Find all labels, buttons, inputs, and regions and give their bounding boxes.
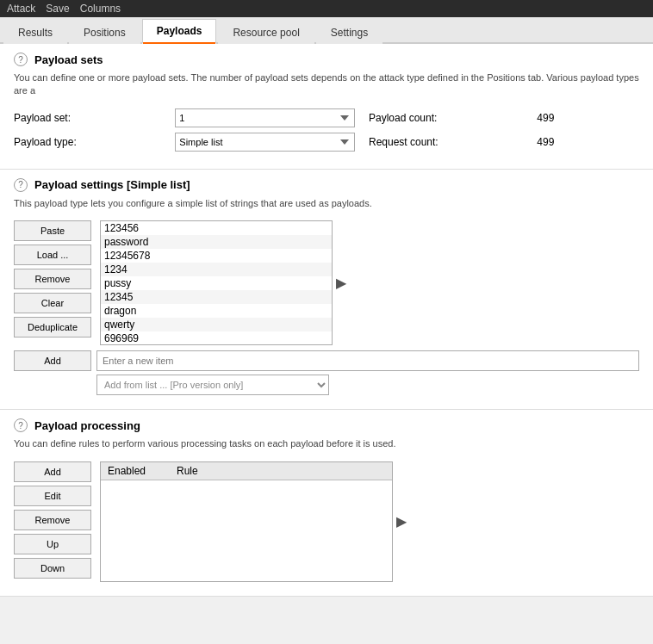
payload-processing-title: Payload processing <box>34 419 140 432</box>
payload-list-container: 123456password123456781234pussy12345drag… <box>100 220 346 345</box>
list-item[interactable]: qwerty <box>101 318 332 331</box>
tab-resource-pool[interactable]: Resource pool <box>218 21 314 44</box>
request-count-value: 499 <box>537 136 639 148</box>
payload-list-area: Paste Load ... Remove Clear Deduplicate … <box>14 220 639 345</box>
payload-type-select[interactable]: Simple list <box>175 133 355 152</box>
list-item[interactable]: password <box>101 235 332 249</box>
tab-settings[interactable]: Settings <box>316 21 382 44</box>
processing-table-area: Add Edit Remove Up Down Enabled Rule <box>14 461 639 582</box>
menu-bar: Attack Save Columns <box>0 0 653 17</box>
payload-set-label: Payload set: <box>14 112 161 124</box>
processing-table: Enabled Rule <box>101 462 392 480</box>
list-item[interactable]: dragon <box>101 304 332 318</box>
processing-remove-button[interactable]: Remove <box>14 510 91 530</box>
payload-sets-section: ? Payload sets You can define one or mor… <box>0 44 653 170</box>
processing-up-button[interactable]: Up <box>14 534 91 554</box>
menu-save[interactable]: Save <box>46 3 69 15</box>
add-from-list-dropdown: Add from list ... [Pro version only] <box>96 375 329 395</box>
payload-sets-description: You can define one or more payload sets.… <box>14 71 639 98</box>
payload-action-buttons: Paste Load ... Remove Clear Deduplicate <box>14 220 91 337</box>
list-item[interactable]: 123456 <box>101 221 332 235</box>
payload-list-scroll-arrow: ▶ <box>336 275 346 291</box>
payload-count-label: Payload count: <box>369 112 523 124</box>
processing-action-buttons: Add Edit Remove Up Down <box>14 461 91 579</box>
payload-settings-description: This payload type lets you configure a s… <box>14 197 639 210</box>
list-item[interactable]: 1234 <box>101 263 332 276</box>
tab-bar: Results Positions Payloads Resource pool… <box>0 17 653 44</box>
clear-button[interactable]: Clear <box>14 293 91 313</box>
payload-processing-section: ? Payload processing You can define rule… <box>0 410 653 596</box>
payload-sets-header: ? Payload sets <box>14 53 639 66</box>
list-item[interactable]: 12345678 <box>101 249 332 263</box>
add-from-list-select[interactable]: Add from list ... [Pro version only] <box>96 375 329 395</box>
payload-processing-header: ? Payload processing <box>14 418 639 432</box>
processing-add-button[interactable]: Add <box>14 461 91 482</box>
payload-sets-title: Payload sets <box>34 53 103 66</box>
list-item[interactable]: 696969 <box>101 331 332 345</box>
deduplicate-button[interactable]: Deduplicate <box>14 317 91 337</box>
processing-scroll-arrow: ▶ <box>396 513 407 529</box>
payload-settings-section: ? Payload settings [Simple list] This pa… <box>0 170 653 410</box>
processing-table-wrapper[interactable]: Enabled Rule <box>100 461 393 582</box>
paste-button[interactable]: Paste <box>14 220 91 241</box>
processing-down-button[interactable]: Down <box>14 558 91 579</box>
load-button[interactable]: Load ... <box>14 245 91 265</box>
processing-table-header-enabled: Enabled <box>101 462 170 480</box>
menu-attack[interactable]: Attack <box>7 3 35 15</box>
remove-button[interactable]: Remove <box>14 269 91 289</box>
payload-sets-help-icon[interactable]: ? <box>14 53 28 66</box>
payload-type-label: Payload type: <box>14 136 161 148</box>
payload-count-value: 499 <box>537 112 639 124</box>
payload-settings-help-icon[interactable]: ? <box>14 178 28 192</box>
payload-processing-description: You can define rules to perform various … <box>14 437 639 450</box>
add-item-button[interactable]: Add <box>14 350 91 371</box>
add-item-row: Add <box>14 350 639 371</box>
payload-settings-header: ? Payload settings [Simple list] <box>14 178 639 192</box>
payload-set-select[interactable]: 1 <box>175 108 355 127</box>
payload-sets-form: Payload set: 1 Payload count: 499 Payloa… <box>14 108 639 152</box>
add-item-input[interactable] <box>96 350 639 371</box>
request-count-label: Request count: <box>369 136 523 148</box>
tab-positions[interactable]: Positions <box>69 21 140 44</box>
tab-results[interactable]: Results <box>3 21 67 44</box>
payload-processing-help-icon[interactable]: ? <box>14 418 28 432</box>
processing-table-container: Enabled Rule ▶ <box>100 461 407 582</box>
processing-table-header-rule: Rule <box>170 462 392 480</box>
list-item[interactable]: 12345 <box>101 290 332 304</box>
tab-payloads[interactable]: Payloads <box>142 19 217 44</box>
list-item[interactable]: pussy <box>101 276 332 290</box>
payload-listbox[interactable]: 123456password123456781234pussy12345drag… <box>100 220 333 345</box>
payload-settings-title: Payload settings [Simple list] <box>34 178 190 191</box>
menu-columns[interactable]: Columns <box>80 3 121 15</box>
processing-edit-button[interactable]: Edit <box>14 486 91 506</box>
